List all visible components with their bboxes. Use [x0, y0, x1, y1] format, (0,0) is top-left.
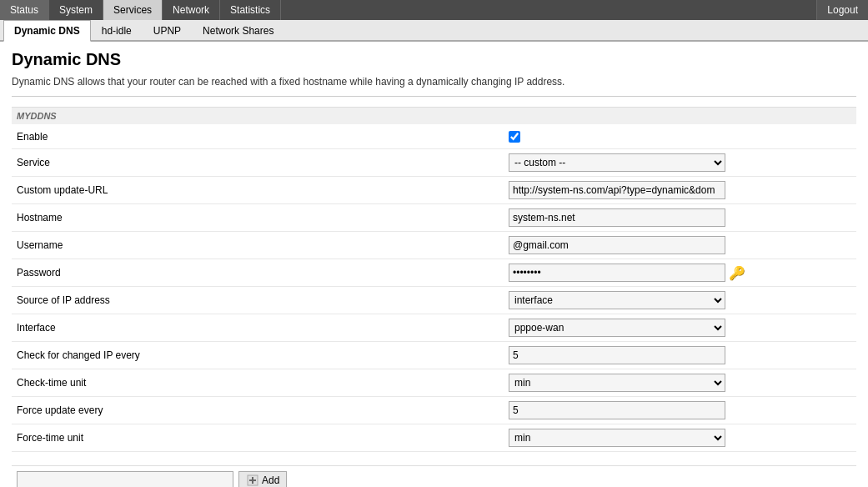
label-force-time-unit: Force-time unit [17, 432, 509, 444]
form-row-password: Password 🔑 [12, 259, 856, 287]
form-row-username: Username [12, 232, 856, 259]
form-row-hostname: Hostname [12, 204, 856, 232]
service-select[interactable]: -- custom -- [509, 153, 725, 172]
force-update-every-input[interactable] [509, 401, 725, 419]
subnav-tab-network-shares[interactable]: Network Shares [192, 20, 284, 40]
nav-tab-services[interactable]: Services [103, 0, 163, 20]
nav-tab-statistics[interactable]: Statistics [220, 0, 281, 20]
enable-checkbox[interactable] [509, 131, 520, 143]
page-title: Dynamic DNS [12, 50, 856, 69]
section-header-myddns: MYDDNS [12, 107, 856, 124]
form-row-check-ip-every: Check for changed IP every [12, 342, 856, 369]
logout-button[interactable]: Logout [816, 0, 868, 20]
force-time-unit-select[interactable]: min [509, 429, 725, 447]
control-check-ip-every [509, 346, 851, 364]
nav-tab-system[interactable]: System [49, 0, 103, 20]
bottom-bar: Add [12, 465, 856, 487]
hostname-input[interactable] [509, 208, 725, 227]
nav-tab-network[interactable]: Network [163, 0, 220, 20]
control-interface: pppoe-wan [509, 319, 851, 337]
control-password: 🔑 [509, 264, 851, 282]
form-row-interface: Interface pppoe-wan [12, 314, 856, 342]
form-row-check-time-unit: Check-time unit min [12, 369, 856, 397]
custom-url-input[interactable] [509, 181, 725, 199]
label-service: Service [17, 157, 509, 168]
subnav-tab-upnp[interactable]: UPNP [143, 20, 192, 40]
form-row-force-time-unit: Force-time unit min [12, 424, 856, 452]
label-password: Password [17, 267, 509, 279]
bottom-text-input[interactable] [17, 471, 233, 487]
control-hostname [509, 208, 851, 227]
check-time-unit-select[interactable]: min [509, 374, 725, 392]
label-custom-url: Custom update-URL [17, 184, 509, 196]
password-refresh-icon[interactable]: 🔑 [729, 265, 745, 281]
subnav-tab-dynamic-dns[interactable]: Dynamic DNS [3, 20, 91, 42]
control-force-time-unit: min [509, 429, 851, 447]
add-icon [246, 474, 259, 487]
control-username [509, 236, 851, 254]
main-content: Dynamic DNS Dynamic DNS allows that your… [0, 42, 868, 487]
label-interface: Interface [17, 322, 509, 334]
control-source-ip: interface [509, 291, 851, 309]
control-custom-url [509, 181, 851, 199]
nav-tab-status[interactable]: Status [0, 0, 49, 20]
form-row-source-ip: Source of IP address interface [12, 287, 856, 314]
label-force-update-every: Force update every [17, 404, 509, 416]
control-check-time-unit: min [509, 374, 851, 392]
form-row-enable: Enable [12, 124, 856, 149]
sub-navigation: Dynamic DNS hd-idle UPNP Network Shares [0, 20, 868, 42]
check-ip-every-input[interactable] [509, 346, 725, 364]
username-input[interactable] [509, 236, 725, 254]
add-button-label: Add [262, 474, 279, 486]
control-force-update-every [509, 401, 851, 419]
source-ip-select[interactable]: interface [509, 291, 725, 309]
label-check-time-unit: Check-time unit [17, 377, 509, 389]
label-source-ip: Source of IP address [17, 294, 509, 306]
label-check-ip-every: Check for changed IP every [17, 349, 509, 361]
control-enable [509, 131, 851, 143]
top-navigation: Status System Services Network Statistic… [0, 0, 868, 20]
interface-select[interactable]: pppoe-wan [509, 319, 725, 337]
add-button[interactable]: Add [238, 471, 287, 487]
subnav-tab-hd-idle[interactable]: hd-idle [91, 20, 143, 40]
form-row-force-update-every: Force update every [12, 397, 856, 424]
page-description: Dynamic DNS allows that your router can … [12, 76, 856, 97]
control-service: -- custom -- [509, 153, 851, 172]
form-row-custom-url: Custom update-URL [12, 177, 856, 204]
svg-rect-2 [249, 479, 256, 481]
label-username: Username [17, 239, 509, 251]
label-hostname: Hostname [17, 212, 509, 223]
label-enable: Enable [17, 131, 509, 143]
form-row-service: Service -- custom -- [12, 149, 856, 177]
password-input[interactable] [509, 264, 725, 282]
